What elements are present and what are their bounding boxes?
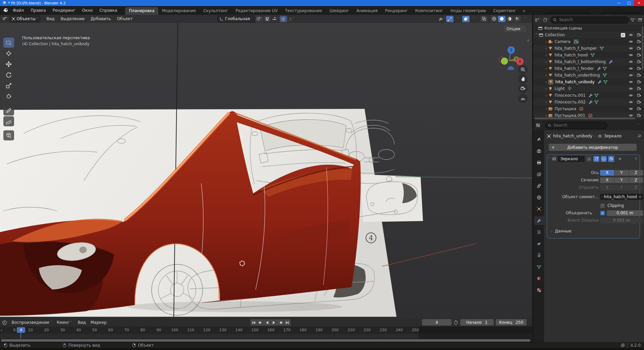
outliner-search[interactable]	[550, 16, 629, 24]
menu-Справка[interactable]: Справка	[96, 6, 120, 15]
edit-mode-display-toggle[interactable]	[586, 156, 592, 162]
viewport-menu-Выделение[interactable]: Выделение	[58, 16, 87, 21]
tab-Текстурирование[interactable]: Текстурирование	[281, 7, 326, 15]
axis-Y-button[interactable]: Y	[614, 185, 629, 190]
properties-tab-constraints[interactable]	[534, 251, 544, 260]
clipping-checkbox[interactable]	[600, 203, 605, 208]
camera-data-badge[interactable]	[573, 39, 579, 44]
axis-X-button[interactable]: X	[600, 185, 614, 190]
outliner-item-hita_hatch_unibody[interactable]: ›hita_hatch_unibody	[533, 79, 644, 85]
disable-render-icon[interactable]	[637, 73, 641, 78]
frame-start-field[interactable]: Начало1	[460, 319, 494, 325]
tab-Шейдинг[interactable]: Шейдинг	[326, 7, 353, 15]
properties-editor-icon[interactable]: ˅	[535, 123, 542, 128]
viewport-menu-Вид[interactable]: Вид	[44, 16, 57, 21]
editor-type-icon[interactable]: ˅	[2, 16, 9, 21]
properties-search[interactable]	[545, 122, 607, 129]
tool-measure[interactable]	[3, 116, 14, 126]
mirror-object-field[interactable]: hita_hatch_hood ×	[600, 194, 643, 200]
filter-type-dropdown[interactable]: ˅	[543, 17, 549, 22]
hide-viewport-icon[interactable]	[629, 46, 633, 51]
properties-tab-material[interactable]	[534, 274, 544, 283]
expand-chevron[interactable]: ›	[545, 80, 547, 84]
merge-value-field[interactable]: 0.001 m	[607, 210, 643, 216]
tool-annotate[interactable]	[3, 105, 14, 116]
hide-viewport-icon[interactable]	[629, 80, 633, 84]
hide-viewport-icon[interactable]	[629, 86, 633, 91]
modifier-close-button[interactable]: ×	[618, 157, 622, 161]
modifier-expand-chevron[interactable]: ˅	[549, 157, 550, 161]
viewport-3d[interactable]: 3 4	[0, 23, 532, 318]
expand-chevron[interactable]: ›	[545, 114, 547, 118]
overlays-toggle[interactable]	[462, 16, 470, 22]
properties-tab-modifiers[interactable]	[534, 216, 544, 225]
mesh-data-badge[interactable]	[599, 46, 604, 51]
current-frame-field[interactable]: 4	[422, 319, 451, 325]
tab-Редактирование UV[interactable]: Редактирование UV	[232, 7, 281, 15]
outliner-item-hita_hatch_hood[interactable]: ›hita_hatch_hood	[533, 52, 644, 58]
sidebar-toggle-arrow[interactable]: ‹	[527, 38, 529, 43]
outliner-item-Плоскость.001[interactable]: ›Плоскость.001	[533, 92, 644, 99]
modifier-badge[interactable]	[597, 80, 602, 84]
viewport-menu-Добавить[interactable]: Добавить	[88, 16, 113, 21]
mode-selector[interactable]: Объекты ˅	[9, 15, 41, 23]
outliner-item-hita_hatch_underthing[interactable]: ›hita_hatch_underthing	[533, 72, 644, 79]
maximize-button[interactable]: □	[624, 0, 634, 6]
light-data-badge[interactable]	[567, 86, 572, 91]
tab-Рендеринг[interactable]: Рендеринг	[381, 7, 412, 15]
hide-viewport-icon[interactable]	[629, 59, 633, 64]
add-workspace-button[interactable]: +	[520, 7, 528, 15]
modifier-drag-handle[interactable]: ⠿	[635, 157, 637, 161]
modifier-extras-dropdown[interactable]: ˅	[615, 157, 617, 161]
outliner-item-Пустышка[interactable]: ›Пустышка	[533, 105, 644, 112]
visibility-dropdown[interactable]: ˅	[438, 16, 445, 22]
tool-scale[interactable]	[3, 81, 14, 91]
menu-Файл[interactable]: Файл	[9, 6, 27, 15]
gizmos-dropdown[interactable]: ˅	[454, 16, 462, 22]
properties-tab-scene[interactable]	[534, 181, 544, 190]
shading-wireframe-button[interactable]	[490, 16, 498, 22]
properties-tab-physics[interactable]	[534, 239, 544, 248]
image-data-badge[interactable]	[579, 106, 584, 111]
image-data-badge[interactable]	[588, 113, 593, 118]
shading-solid-button[interactable]	[498, 16, 505, 22]
timeline-scrollbar-thumb[interactable]	[1, 339, 530, 342]
axis-Y-button[interactable]: Y	[614, 177, 629, 183]
menu-Окно[interactable]: Окно	[79, 6, 96, 15]
properties-options-dropdown[interactable]: ˅	[638, 124, 640, 127]
snap-toggle[interactable]	[264, 16, 271, 22]
disable-render-icon[interactable]	[637, 46, 641, 51]
options-dropdown[interactable]: Опции˅	[504, 26, 526, 32]
expand-chevron[interactable]: ›	[545, 46, 547, 51]
expand-chevron[interactable]: ›	[545, 67, 547, 71]
disable-render-icon[interactable]	[637, 106, 641, 111]
mesh-data-badge[interactable]	[603, 80, 608, 84]
properties-tab-texture[interactable]	[534, 286, 544, 295]
prev-key-button[interactable]	[257, 319, 264, 325]
disable-render-icon[interactable]	[637, 80, 641, 84]
outliner-item-hita_hatch_l_bottomthing[interactable]: ›hita_hatch_l_bottomthing	[533, 58, 644, 65]
properties-tab-object-data[interactable]	[534, 263, 544, 271]
jump-start-button[interactable]	[251, 319, 257, 325]
gizmos-toggle[interactable]	[446, 16, 453, 22]
disable-render-icon[interactable]	[637, 33, 641, 37]
viewport-canvas[interactable]: 3 4	[0, 23, 532, 318]
disable-render-icon[interactable]	[637, 100, 641, 104]
shading-rendered-button[interactable]	[514, 16, 521, 22]
expand-chevron[interactable]: ›	[545, 87, 547, 91]
outliner-item-Collection[interactable]: ˅Collection✓	[533, 32, 644, 38]
proportional-falloff-dropdown[interactable]: ˅	[288, 16, 295, 22]
properties-tab-world[interactable]	[534, 193, 544, 202]
tab-Анимация[interactable]: Анимация	[353, 7, 381, 15]
tool-move[interactable]	[3, 59, 14, 69]
tab-Композитинг[interactable]: Композитинг	[412, 7, 447, 15]
expand-chevron[interactable]: ›	[545, 107, 547, 111]
axis-Y-button[interactable]: Y	[614, 170, 629, 176]
timeline-scrollbar[interactable]	[0, 339, 532, 342]
blender-app-icon[interactable]	[3, 7, 8, 14]
new-collection-button[interactable]	[638, 17, 643, 22]
pin-id-icon[interactable]	[637, 134, 641, 138]
axis-Z-button[interactable]: Z	[629, 185, 643, 190]
properties-tab-particles[interactable]	[534, 228, 544, 236]
pan-button[interactable]	[518, 74, 528, 84]
